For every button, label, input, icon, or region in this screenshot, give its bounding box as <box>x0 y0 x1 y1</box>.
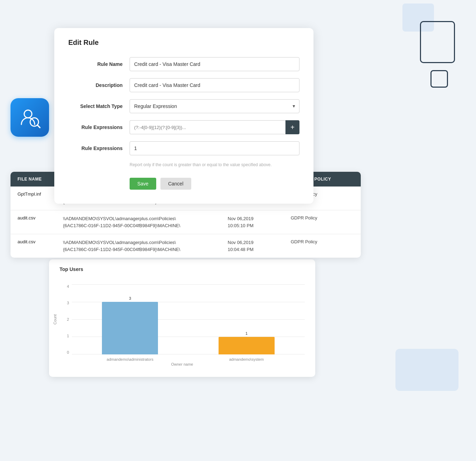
y-tick-2: 2 <box>67 317 69 321</box>
bar-group-2: 1 <box>188 331 305 354</box>
expression-input-group: + <box>130 120 299 134</box>
x-axis-title: Owner name <box>60 362 305 366</box>
rule-expressions-count-input[interactable] <box>130 141 299 155</box>
description-row: Description <box>68 78 299 92</box>
bg-decoration-2 <box>420 21 455 63</box>
bg-decoration-4 <box>395 349 458 391</box>
scan-time-cell: Nov 06,201910:04:48 PM <box>228 239 291 253</box>
svg-line-2 <box>37 125 40 128</box>
bar-label-top-1: 3 <box>129 296 131 300</box>
scan-time-cell: Nov 06,201910:05:10 PM <box>228 215 291 229</box>
bar-label-top-2: 1 <box>246 331 248 335</box>
chart-card: Top Users 4 3 2 1 0 Count 3 <box>49 259 315 377</box>
chart-title: Top Users <box>60 266 305 272</box>
rule-expressions-count-row: Rule Expressions <box>68 141 299 155</box>
match-type-select[interactable]: Regular Expression Exact Match Contains <box>130 99 299 113</box>
x-label-2: admandemo\system <box>188 357 305 361</box>
bar-group-1: 3 <box>72 296 188 354</box>
svg-point-0 <box>24 110 32 118</box>
chart-content: 3 1 admandemo\administrators admandemo\s… <box>72 284 305 361</box>
table-row: audit.csv \\ADMANDEMO\SYSVOL\admanagerpl… <box>11 210 361 234</box>
hint-text: Report only if the count is greater than… <box>130 162 299 167</box>
description-input[interactable] <box>130 78 299 92</box>
match-type-label: Select Match Type <box>68 103 130 109</box>
edit-rule-title: Edit Rule <box>68 39 299 47</box>
file-location-cell: \\ADMANDEMO\SYSVOL\admanagerplus.com\Pol… <box>63 239 228 253</box>
file-location-cell: \\ADMANDEMO\SYSVOL\admanagerplus.com\Pol… <box>63 215 228 229</box>
rule-expressions-label: Rule Expressions <box>68 124 130 130</box>
file-name-cell: audit.csv <box>18 239 63 244</box>
policy-cell: GDPR Policy <box>291 239 354 244</box>
match-type-row: Select Match Type Regular Expression Exa… <box>68 99 299 113</box>
bar-2 <box>219 337 275 354</box>
rule-name-label: Rule Name <box>68 61 130 67</box>
bar-1 <box>102 302 158 354</box>
chart-area: 4 3 2 1 0 Count 3 <box>60 277 305 361</box>
rule-name-row: Rule Name <box>68 57 299 71</box>
match-type-wrapper: Regular Expression Exact Match Contains … <box>130 99 299 113</box>
cancel-button[interactable]: Cancel <box>160 178 191 190</box>
bars-container: 3 1 <box>72 284 305 354</box>
edit-rule-card: Edit Rule Rule Name Description Select M… <box>54 28 313 204</box>
expression-input[interactable] <box>130 120 285 134</box>
y-tick-3: 3 <box>67 301 69 305</box>
y-axis-label: Count <box>53 314 57 324</box>
y-tick-4: 4 <box>67 284 69 289</box>
policy-cell: GDPR Policy <box>291 215 354 221</box>
table-row: audit.csv \\ADMANDEMO\SYSVOL\admanagerpl… <box>11 234 361 258</box>
rule-expressions-row: Rule Expressions + <box>68 120 299 134</box>
description-label: Description <box>68 82 130 88</box>
form-buttons: Save Cancel <box>130 178 299 190</box>
y-tick-1: 1 <box>67 334 69 338</box>
rule-name-input[interactable] <box>130 57 299 71</box>
x-label-1: admandemo\administrators <box>72 357 188 361</box>
y-tick-0: 0 <box>67 350 69 354</box>
app-icon <box>11 98 49 137</box>
file-name-cell: audit.csv <box>18 215 63 221</box>
save-button[interactable]: Save <box>130 178 156 190</box>
bg-decoration-3 <box>430 70 448 88</box>
rule-expressions-count-label: Rule Expressions <box>68 145 130 151</box>
x-axis-labels: admandemo\administrators admandemo\syste… <box>72 357 305 361</box>
add-expression-button[interactable]: + <box>285 120 299 134</box>
